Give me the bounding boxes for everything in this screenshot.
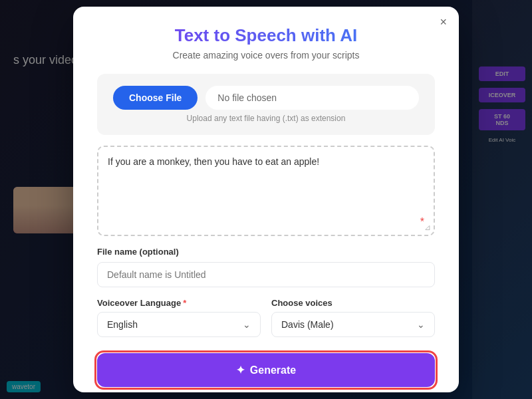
generate-button[interactable]: ✦ Generate	[97, 353, 435, 387]
choose-file-button[interactable]: Choose File	[113, 86, 198, 110]
file-upload-hint: Upload any text file having (.txt) as ex…	[187, 114, 346, 123]
choose-voices-label: Choose voices	[271, 298, 435, 308]
file-upload-row: Choose File No file chosen	[113, 86, 419, 110]
choose-voices-value: Davis (Male)	[281, 319, 334, 330]
file-upload-area: Choose File No file chosen Upload any te…	[97, 74, 435, 135]
generate-label: Generate	[250, 364, 296, 376]
required-star: *	[183, 298, 186, 308]
voiceover-language-dropdown[interactable]: English ⌄	[97, 312, 261, 337]
choose-voices-dropdown[interactable]: Davis (Male) ⌄	[271, 312, 435, 337]
generate-btn-wrapper: ✦ Generate	[97, 353, 435, 387]
modal-title: Text to Speech with AI	[97, 25, 435, 46]
text-input-area: * ⊿	[97, 146, 435, 236]
voiceover-language-group: Voiceover Language * English ⌄	[97, 298, 261, 337]
voiceover-language-value: English	[107, 319, 138, 330]
modal-subtitle: Create amazing voice overs from your scr…	[97, 50, 435, 61]
file-name-label: File name (optional)	[97, 247, 435, 257]
modal-overlay: × Text to Speech with AI Create amazing …	[0, 0, 532, 399]
close-button[interactable]: ×	[440, 16, 447, 28]
chevron-down-icon: ⌄	[243, 319, 251, 330]
choose-voices-group: Choose voices Davis (Male) ⌄	[271, 298, 435, 337]
chevron-down-icon-2: ⌄	[417, 319, 425, 330]
resize-handle-icon: ⊿	[424, 223, 431, 232]
modal-dialog: × Text to Speech with AI Create amazing …	[73, 7, 459, 392]
script-textarea[interactable]	[108, 156, 424, 223]
voiceover-language-label: Voiceover Language *	[97, 298, 261, 308]
no-file-label: No file chosen	[205, 86, 419, 110]
sparkle-icon: ✦	[236, 364, 245, 376]
file-name-input[interactable]	[97, 262, 435, 287]
dropdowns-row: Voiceover Language * English ⌄ Choose vo…	[97, 298, 435, 337]
